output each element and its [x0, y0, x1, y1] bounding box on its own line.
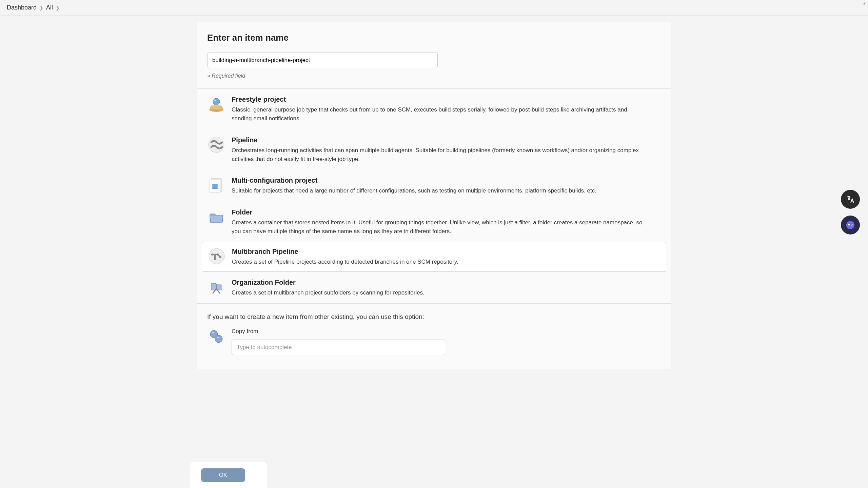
- option-title: Folder: [232, 208, 661, 216]
- svg-point-8: [211, 253, 213, 256]
- svg-point-15: [212, 332, 214, 333]
- chevron-right-icon: ❯: [56, 5, 60, 11]
- copy-icon: [207, 327, 225, 346]
- option-title: Multi-configuration project: [232, 177, 661, 184]
- option-freestyle-project[interactable]: Freestyle project Classic, general-purpo…: [197, 89, 671, 129]
- svg-point-20: [849, 224, 849, 225]
- svg-point-14: [215, 335, 222, 343]
- svg-point-3: [209, 137, 224, 152]
- copy-from-hint: If you want to create a new item from ot…: [207, 313, 661, 321]
- multiconfig-icon: [207, 176, 225, 194]
- breadcrumb-item-dashboard[interactable]: Dashboard: [7, 4, 37, 11]
- option-title: Pipeline: [232, 136, 661, 144]
- chevron-right-icon: ❯: [39, 5, 43, 11]
- svg-point-7: [209, 248, 224, 264]
- option-multi-configuration-project[interactable]: Multi-configuration project Suitable for…: [197, 170, 671, 201]
- org-folder-icon: [207, 278, 225, 296]
- new-item-panel: Enter an item name » Required field Free…: [197, 22, 671, 369]
- option-description: Creates a set of Pipeline projects accor…: [232, 258, 649, 266]
- breadcrumb-item-all[interactable]: All: [46, 4, 53, 11]
- option-organization-folder[interactable]: Organization Folder Creates a set of mul…: [197, 272, 671, 303]
- option-pipeline[interactable]: Pipeline Orchestrates long-running activ…: [197, 129, 671, 170]
- assistant-button[interactable]: [841, 216, 860, 235]
- option-description: Creates a set of multibranch project sub…: [232, 288, 649, 297]
- copy-from-section: If you want to create a new item from ot…: [197, 303, 671, 369]
- svg-point-2: [214, 100, 216, 101]
- svg-point-9: [217, 253, 219, 256]
- translate-icon: [846, 195, 855, 204]
- option-description: Creates a container that stores nested i…: [232, 218, 649, 236]
- folder-icon: [207, 208, 225, 226]
- item-name-input[interactable]: [207, 53, 438, 68]
- multibranch-icon: [208, 247, 226, 265]
- option-title: Organization Folder: [232, 279, 661, 286]
- breadcrumb: Dashboard ❯ All ❯: [0, 0, 868, 16]
- item-name-section: Enter an item name » Required field: [197, 22, 671, 89]
- pipeline-icon: [207, 136, 225, 154]
- svg-point-12: [216, 285, 217, 287]
- freestyle-icon: [207, 95, 225, 113]
- svg-point-16: [217, 337, 219, 338]
- page-title: Enter an item name: [207, 33, 661, 43]
- option-description: Classic, general-purpose job type that c…: [232, 105, 649, 123]
- bot-face-icon: [846, 220, 855, 230]
- item-type-list: Freestyle project Classic, general-purpo…: [197, 89, 671, 303]
- option-title: Multibranch Pipeline: [232, 248, 660, 256]
- required-field-hint: » Required field: [207, 73, 661, 79]
- option-description: Suitable for projects that need a large …: [232, 186, 649, 195]
- copy-from-input[interactable]: [232, 340, 445, 355]
- translate-button[interactable]: [841, 190, 860, 209]
- svg-point-21: [851, 224, 852, 225]
- option-description: Orchestrates long-running activities tha…: [232, 146, 649, 164]
- option-folder[interactable]: Folder Creates a container that stores n…: [197, 202, 671, 242]
- option-multibranch-pipeline[interactable]: Multibranch Pipeline Creates a set of Pi…: [202, 242, 666, 271]
- svg-rect-6: [213, 184, 217, 189]
- copy-from-label: Copy from: [232, 328, 445, 335]
- scroll-up-indicator[interactable]: ▲: [863, 1, 866, 5]
- svg-point-11: [219, 256, 221, 258]
- svg-point-10: [214, 258, 216, 260]
- svg-point-17: [846, 221, 854, 229]
- svg-point-1: [213, 98, 220, 105]
- option-title: Freestyle project: [232, 96, 661, 103]
